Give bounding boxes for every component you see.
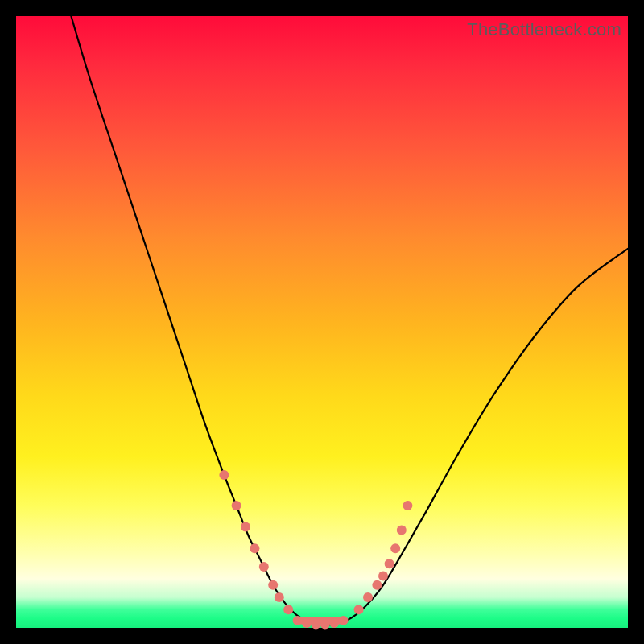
marker-dot-left	[259, 562, 269, 572]
marker-layer	[219, 470, 412, 629]
marker-dot-left	[219, 470, 229, 480]
marker-dot-right	[390, 543, 400, 553]
marker-dot-bottom	[302, 618, 312, 628]
marker-dot-right	[397, 525, 407, 535]
marker-dot-bottom	[329, 618, 339, 628]
marker-dot-left	[250, 543, 259, 553]
marker-dot-bottom	[339, 616, 349, 625]
marker-dot-left	[241, 522, 250, 532]
curve-layer	[71, 16, 628, 625]
chart-svg	[16, 16, 628, 628]
marker-dot-bottom	[320, 619, 330, 629]
chart-frame: TheBottleneck.com	[16, 16, 628, 628]
marker-dot-left	[283, 605, 293, 614]
marker-dot-right	[372, 580, 382, 590]
marker-dot-right	[378, 571, 388, 580]
marker-dot-left	[268, 580, 278, 590]
marker-dot-bottom	[311, 619, 320, 629]
marker-dot-right	[363, 592, 373, 602]
marker-dot-left	[232, 501, 242, 510]
marker-dot-bottom	[293, 616, 303, 625]
marker-dot-right	[354, 605, 364, 614]
marker-dot-left	[275, 592, 284, 602]
marker-dot-right	[385, 559, 394, 568]
marker-dot-right	[402, 501, 412, 510]
bottleneck-curve	[71, 16, 628, 625]
